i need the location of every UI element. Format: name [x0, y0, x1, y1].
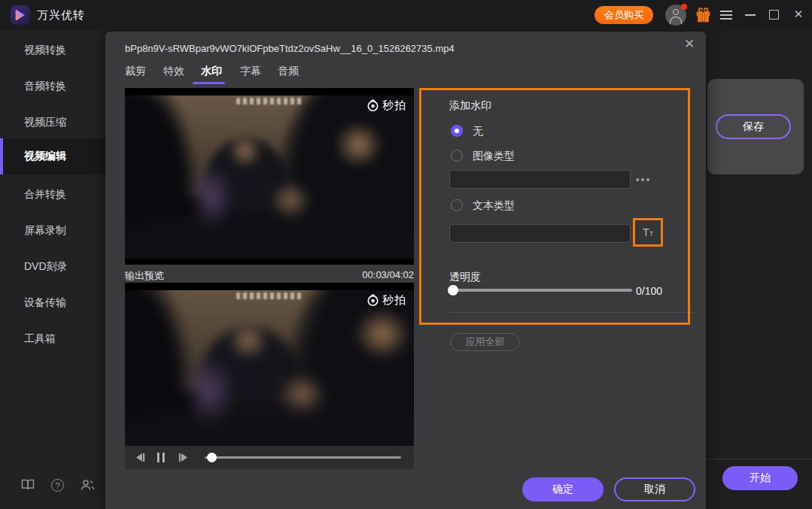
- seek-slider-track[interactable]: [205, 456, 401, 459]
- notification-dot: [681, 4, 687, 10]
- close-window-button[interactable]: ✕: [792, 8, 805, 21]
- sidebar-item-merge-convert[interactable]: 合并转换: [0, 177, 105, 213]
- next-frame-icon[interactable]: [177, 451, 190, 467]
- radio-none-label[interactable]: 无: [473, 125, 483, 138]
- radio-text-type-label[interactable]: 文本类型: [473, 199, 515, 213]
- font-settings-button[interactable]: TT: [633, 218, 663, 247]
- titlebar: 万兴优转 会员购买 ✕: [0, 0, 812, 30]
- gift-promo-icon[interactable]: [695, 7, 711, 23]
- opacity-slider-track[interactable]: [449, 289, 632, 292]
- browse-file-button[interactable]: •••: [632, 173, 655, 189]
- tab-watermark[interactable]: 水印: [201, 65, 222, 78]
- active-tab-underline: [193, 82, 225, 84]
- watermark-text-input[interactable]: [449, 224, 631, 243]
- playback-time: 00:03/04:02: [293, 269, 414, 280]
- radio-text-type[interactable]: [451, 199, 463, 211]
- player-controls: [125, 446, 414, 469]
- letterbox-bar: [125, 283, 414, 290]
- start-button[interactable]: 开始: [722, 466, 798, 490]
- maximize-button[interactable]: [769, 10, 779, 20]
- radio-none[interactable]: [451, 125, 463, 137]
- tab-audio[interactable]: 音频: [278, 65, 299, 78]
- tab-effects[interactable]: 特效: [163, 65, 184, 78]
- video-burned-caption: [236, 98, 303, 105]
- source-video-frame: 秒拍: [125, 88, 414, 265]
- video-scene: [125, 88, 414, 265]
- letterbox-bar: [125, 88, 414, 95]
- tab-crop[interactable]: 裁剪: [125, 65, 146, 78]
- app-window: 万兴优转 会员购买 ✕ 视频转换 音频转换 视频压缩 视频: [0, 0, 812, 509]
- dialog-close-icon[interactable]: ✕: [682, 36, 697, 52]
- sidebar-item-screen-record[interactable]: 屏幕录制: [0, 213, 105, 249]
- camera-icon: [366, 99, 379, 112]
- radio-image-type-label[interactable]: 图像类型: [473, 150, 515, 163]
- opacity-label: 透明度: [449, 271, 481, 284]
- output-video-frame: 秒拍: [125, 283, 414, 446]
- bottom-divider: [704, 459, 812, 459]
- miaopai-watermark: 秒拍: [366, 293, 406, 308]
- menu-icon[interactable]: [720, 11, 732, 20]
- seek-slider-handle[interactable]: [207, 453, 217, 462]
- avatar-person-icon: [670, 17, 682, 26]
- sidebar-item-video-convert[interactable]: 视频转换: [0, 32, 105, 68]
- output-preview-label: 输出预览: [125, 269, 164, 283]
- sidebar-item-device-transfer[interactable]: 设备传输: [0, 285, 105, 321]
- save-button[interactable]: 保存: [716, 114, 791, 139]
- guide-book-icon[interactable]: [21, 479, 35, 492]
- edit-dialog: bPp8n9V-sRWBpar9vWO7klOFpbeTtdz2ovSaHw__…: [105, 32, 706, 509]
- sidebar-item-toolbox[interactable]: 工具箱: [0, 321, 105, 357]
- opacity-value: 0/100: [636, 285, 696, 297]
- avatar-person-icon: [673, 9, 679, 15]
- help-icon[interactable]: ?: [51, 479, 65, 492]
- pause-icon[interactable]: [156, 451, 166, 467]
- tab-subtitle[interactable]: 字幕: [240, 65, 261, 78]
- camera-icon: [366, 294, 379, 307]
- video-burned-caption: [236, 292, 303, 299]
- image-path-input[interactable]: [449, 170, 631, 189]
- minimize-button[interactable]: [745, 14, 756, 16]
- app-title: 万兴优转: [37, 8, 85, 23]
- ok-button[interactable]: 确定: [522, 477, 604, 501]
- cancel-button[interactable]: 取消: [614, 477, 695, 501]
- add-watermark-title: 添加水印: [449, 99, 491, 113]
- sidebar: 视频转换 音频转换 视频压缩 视频编辑 合并转换 屏幕录制 DVD刻录 设备传输…: [0, 30, 105, 509]
- sidebar-item-video-compress[interactable]: 视频压缩: [0, 105, 105, 141]
- opacity-slider-handle[interactable]: [448, 285, 458, 295]
- community-people-icon[interactable]: [81, 479, 94, 492]
- radio-image-type[interactable]: [451, 150, 463, 162]
- sidebar-footer: ?: [0, 476, 105, 498]
- sidebar-item-video-edit[interactable]: 视频编辑: [0, 138, 105, 174]
- apply-all-button[interactable]: 应用全部: [450, 333, 520, 351]
- dialog-filename: bPp8n9V-sRWBpar9vWO7klOFpbeTtdz2ovSaHw__…: [125, 43, 455, 54]
- sidebar-item-dvd-burn[interactable]: DVD刻录: [0, 249, 105, 285]
- miaopai-watermark: 秒拍: [366, 98, 406, 113]
- letterbox-bar: [125, 259, 414, 265]
- app-logo-icon: [11, 5, 30, 25]
- sidebar-item-audio-convert[interactable]: 音频转换: [0, 68, 105, 105]
- membership-buy-button[interactable]: 会员购买: [595, 6, 653, 24]
- previous-frame-icon[interactable]: [134, 451, 147, 467]
- panel-divider: [449, 312, 695, 313]
